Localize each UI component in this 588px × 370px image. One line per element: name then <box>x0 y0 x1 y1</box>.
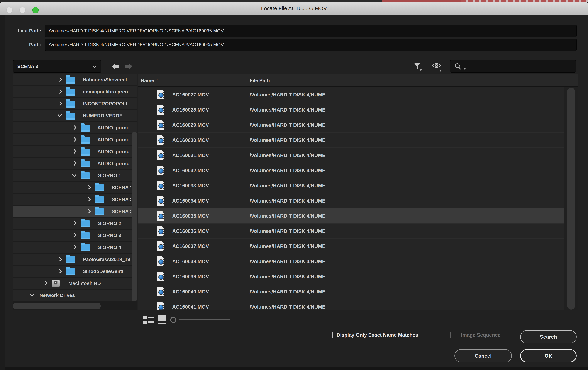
last-path-field[interactable]: /Volumes/HARD T DISK 4/NUMERO VERDE/GIOR… <box>45 25 577 37</box>
search-icon <box>454 63 462 70</box>
chevron-right-icon[interactable] <box>58 257 62 261</box>
movie-file-icon <box>157 287 164 297</box>
chevron-right-icon[interactable] <box>72 233 76 237</box>
minimize-button[interactable] <box>19 7 26 13</box>
column-divider[interactable] <box>246 75 246 86</box>
chevron-right-icon[interactable] <box>72 137 76 141</box>
file-name: AC160038.MOV <box>172 254 209 269</box>
tree-item-habaneroshowreel[interactable]: HabaneroShowreel <box>13 74 137 86</box>
chevron-right-icon[interactable] <box>72 161 76 166</box>
chevron-right-icon[interactable] <box>58 269 62 273</box>
file-row-ac160029-mov[interactable]: AC160029.MOV/Volumes/HARD T DISK 4/NUME <box>138 118 564 133</box>
tree-horizontal-scrollbar[interactable] <box>13 302 101 309</box>
ok-button[interactable]: OK <box>520 349 577 362</box>
chevron-right-icon[interactable] <box>86 185 91 190</box>
column-header-name[interactable]: Name <box>141 74 154 87</box>
tree-item-giorno-2[interactable]: GIORNO 2 <box>13 218 137 229</box>
tree-item-audio-giorno-3[interactable]: AUDIO giorno 3 <box>13 146 137 157</box>
background-app-strip <box>0 0 588 2</box>
list-vertical-scrollbar[interactable] <box>567 88 575 310</box>
tree-item-numero-verde[interactable]: NUMERO VERDE <box>13 110 137 121</box>
chevron-down-icon[interactable] <box>58 113 62 117</box>
view-options-button[interactable] <box>432 62 441 70</box>
path-field[interactable]: /Volumes/HARD T DISK 4/NUMERO VERDE/GIOR… <box>45 39 577 51</box>
folder-icon <box>81 172 90 180</box>
chevron-right-icon[interactable] <box>72 149 76 154</box>
chevron-right-icon[interactable] <box>72 221 76 225</box>
tree-item-audio-giorno-2[interactable]: AUDIO giorno 2 <box>13 134 137 145</box>
chevron-right-icon[interactable] <box>86 197 91 201</box>
list-view-button[interactable] <box>143 316 154 324</box>
tree-item-label: AUDIO giorno 2 <box>97 134 131 145</box>
forward-arrow-button[interactable] <box>125 63 133 71</box>
movie-file-icon <box>157 257 164 266</box>
tree-item-immagini-libro-pren[interactable]: immagini libro pren <box>13 86 137 98</box>
tree-item-giorno-1[interactable]: GIORNO 1 <box>13 170 137 181</box>
chevron-right-icon[interactable] <box>86 209 91 213</box>
tree-item-network-drives[interactable]: Network Drives <box>13 290 137 301</box>
chevron-right-icon[interactable] <box>72 245 76 249</box>
zoom-button[interactable] <box>32 7 39 13</box>
drive-icon <box>52 280 60 287</box>
tree-item-paolograssi2018-19[interactable]: PaoloGrassi2018_19 <box>13 254 137 265</box>
display-only-exact-checkbox[interactable] <box>326 332 333 338</box>
file-row-ac160033-mov[interactable]: AC160033.MOV/Volumes/HARD T DISK 4/NUME <box>138 178 564 193</box>
chevron-down-icon[interactable] <box>30 292 34 297</box>
background-render-bar-dashes <box>461 0 588 2</box>
folder-icon <box>81 149 90 156</box>
thumbnail-size-slider-track[interactable] <box>178 319 230 320</box>
chevron-right-icon[interactable] <box>58 90 62 94</box>
movie-file-icon <box>157 241 164 251</box>
file-row-ac160039-mov[interactable]: AC160039.MOV/Volumes/HARD T DISK 4/NUME <box>138 269 564 284</box>
movie-file-icon <box>157 166 164 175</box>
search-input[interactable] <box>450 60 576 73</box>
tree-item-giorno-3[interactable]: GIORNO 3 <box>13 230 137 241</box>
cancel-button[interactable]: Cancel <box>454 349 512 362</box>
tree-item-scena-2[interactable]: SCENA 2 <box>13 194 137 205</box>
column-divider[interactable] <box>354 75 355 86</box>
tree-item-label: SinodoDelleGenti <box>83 266 131 277</box>
chevron-down-icon[interactable] <box>72 172 76 177</box>
file-row-ac160030-mov[interactable]: AC160030.MOV/Volumes/HARD T DISK 4/NUME <box>138 133 564 148</box>
tree-item-scena-1[interactable]: SCENA 1 <box>13 182 137 193</box>
column-header-file-path[interactable]: File Path <box>250 74 270 87</box>
file-row-ac160035-mov[interactable]: AC160035.MOV/Volumes/HARD T DISK 4/NUME <box>138 209 564 224</box>
tree-item-incontropopoli[interactable]: INCONTROPOPOLI <box>13 98 137 110</box>
chevron-down-icon <box>420 69 422 71</box>
file-name: AC160039.MOV <box>172 269 209 284</box>
thumbnail-size-slider-knob[interactable] <box>170 317 176 323</box>
thumbnail-view-button[interactable] <box>158 315 166 324</box>
movie-file-icon <box>157 90 164 100</box>
toolbar-divider <box>139 60 139 72</box>
file-row-ac160041-mov[interactable]: AC160041.MOV/Volumes/HARD T DISK 4/NUME <box>138 299 564 310</box>
file-row-ac160037-mov[interactable]: AC160037.MOV/Volumes/HARD T DISK 4/NUME <box>138 239 564 254</box>
location-dropdown-value: SCENA 3 <box>17 64 38 69</box>
tree-vertical-scrollbar[interactable] <box>132 132 137 301</box>
chevron-right-icon[interactable] <box>58 101 62 106</box>
file-row-ac160038-mov[interactable]: AC160038.MOV/Volumes/HARD T DISK 4/NUME <box>138 254 564 269</box>
file-row-ac160027-mov[interactable]: AC160027.MOV/Volumes/HARD T DISK 4/NUME <box>138 87 564 102</box>
tree-item-macintosh-hd[interactable]: Macintosh HD <box>13 278 137 289</box>
chevron-right-icon[interactable] <box>58 78 62 82</box>
file-row-ac160031-mov[interactable]: AC160031.MOV/Volumes/HARD T DISK 4/NUME <box>138 148 564 163</box>
search-button[interactable]: Search <box>520 330 577 343</box>
back-arrow-button[interactable] <box>112 63 120 71</box>
tree-item-audio-giorno-4[interactable]: AUDIO giorno 4 <box>13 158 137 169</box>
file-row-ac160036-mov[interactable]: AC160036.MOV/Volumes/HARD T DISK 4/NUME <box>138 224 564 239</box>
filter-button[interactable] <box>413 62 421 71</box>
image-sequence-checkbox[interactable] <box>450 332 456 338</box>
chevron-right-icon[interactable] <box>43 281 48 285</box>
file-row-ac160032-mov[interactable]: AC160032.MOV/Volumes/HARD T DISK 4/NUME <box>138 163 564 178</box>
window-left-edge <box>0 15 5 370</box>
file-row-ac160034-mov[interactable]: AC160034.MOV/Volumes/HARD T DISK 4/NUME <box>138 193 564 209</box>
close-button[interactable] <box>6 7 13 13</box>
tree-item-giorno-4[interactable]: GIORNO 4 <box>13 242 137 253</box>
tree-item-audio-giorno-1[interactable]: AUDIO giorno 1 <box>13 122 137 133</box>
chevron-right-icon[interactable] <box>72 125 76 130</box>
tree-item-scena-3[interactable]: SCENA 3 <box>13 206 137 217</box>
tree-item-label: GIORNO 3 <box>97 230 131 241</box>
file-row-ac160028-mov[interactable]: AC160028.MOV/Volumes/HARD T DISK 4/NUME <box>138 102 564 118</box>
file-row-ac160040-mov[interactable]: AC160040.MOV/Volumes/HARD T DISK 4/NUME <box>138 284 564 299</box>
tree-item-sinododellegenti[interactable]: SinodoDelleGenti <box>13 266 137 277</box>
location-dropdown[interactable]: SCENA 3 <box>13 60 101 73</box>
